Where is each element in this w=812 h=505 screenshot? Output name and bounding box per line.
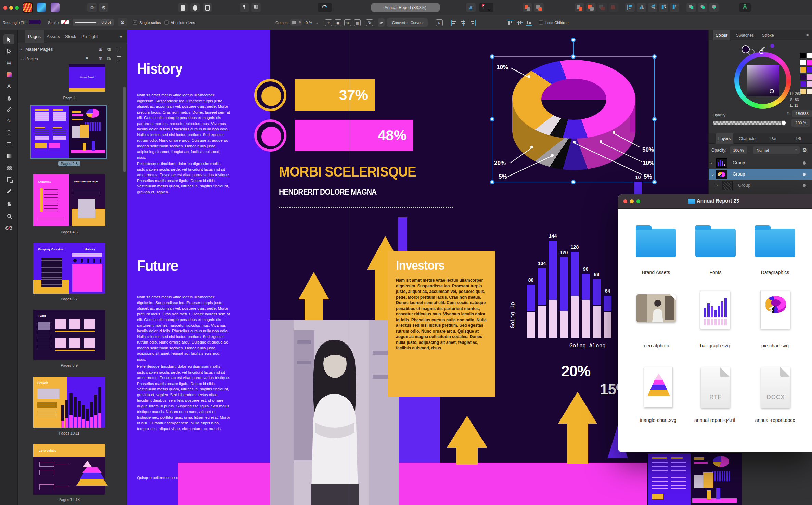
align-top-icon[interactable]: [507, 20, 514, 26]
page-thumbnail[interactable]: Team: [33, 310, 105, 360]
svg-file-icon[interactable]: [760, 291, 790, 329]
pages-panel-scrollbar[interactable]: [123, 87, 126, 172]
view-hand-tool[interactable]: [3, 198, 14, 209]
hex-field[interactable]: 1B0535: [792, 110, 812, 117]
insert-inside-icon[interactable]: ⧈: [436, 19, 443, 26]
bar[interactable]: 80: [526, 284, 536, 339]
finder-window[interactable]: Annual Report 23 Brand Assets Fonts Data…: [618, 194, 812, 452]
history-heading[interactable]: History: [137, 60, 182, 77]
margins-page-icon[interactable]: [203, 3, 212, 12]
minimize-window-icon[interactable]: [9, 6, 13, 10]
duplicate-page-icon[interactable]: ⧉: [107, 56, 111, 62]
absolute-sizes-checkbox[interactable]: [164, 20, 169, 25]
boolean-divide-icon[interactable]: [709, 3, 719, 12]
swatch[interactable]: [800, 81, 806, 87]
finder-minimize-icon[interactable]: [630, 199, 634, 203]
swatch[interactable]: [800, 67, 806, 73]
file-label[interactable]: triangle-chart.svg: [629, 417, 687, 423]
align-bottom-icon[interactable]: [526, 20, 532, 26]
panel-menu-icon[interactable]: ≡: [803, 30, 811, 40]
yellow-arrow-head[interactable]: [447, 416, 487, 448]
tab-swatches[interactable]: Swatches: [733, 30, 757, 40]
document-setup-gear-icon[interactable]: ⚙: [99, 3, 108, 12]
future-paragraph-2[interactable]: Pellentesque tincidunt, dolor eu digniss…: [137, 364, 230, 431]
pin-icon[interactable]: [240, 3, 249, 12]
selection-handle[interactable]: [490, 180, 494, 184]
tab-preflight[interactable]: Preflight: [78, 30, 101, 43]
affinity-photo-icon[interactable]: [51, 3, 60, 12]
arrange-ungroup-icon[interactable]: [609, 3, 618, 12]
page-thumbnail[interactable]: Core Values: [33, 444, 105, 495]
oval-page-icon[interactable]: [190, 3, 200, 12]
page-thumbnail-label[interactable]: Pages 8,9: [31, 363, 107, 367]
ellipse-tool[interactable]: [3, 127, 14, 138]
arrange-to-back-icon[interactable]: [586, 3, 596, 12]
bar[interactable]: 104: [537, 268, 546, 339]
mirror-icon[interactable]: ⇹: [344, 19, 351, 26]
swatch[interactable]: [807, 74, 812, 80]
layer-edit-dot[interactable]: [803, 184, 806, 187]
align-center-icon[interactable]: [460, 20, 466, 26]
zoom-window-icon[interactable]: [15, 6, 19, 10]
file-label[interactable]: pie-chart.svg: [746, 343, 804, 348]
pen-tool[interactable]: [3, 92, 14, 103]
stroke-gear-icon[interactable]: ⚙: [118, 18, 127, 26]
stroke-width-control[interactable]: 0.8 pt: [73, 19, 114, 26]
arrange-backward-icon[interactable]: [534, 3, 544, 12]
stat-circle-magenta[interactable]: [254, 119, 286, 152]
corner-value[interactable]: 0 %: [306, 21, 312, 25]
page-thumbnail[interactable]: Contents Welcome Message: [33, 174, 105, 226]
flip-horizontal-icon[interactable]: [637, 3, 646, 12]
stacked-bar-chart[interactable]: 80104144120128968864: [526, 208, 612, 339]
delete-master-icon[interactable]: [117, 47, 120, 52]
swatch[interactable]: [800, 60, 806, 65]
align-right-icon[interactable]: [469, 20, 476, 26]
layer-edit-dot[interactable]: [803, 161, 806, 165]
move-tool[interactable]: [3, 34, 14, 44]
fill-stroke-swatch[interactable]: [3, 222, 14, 233]
stroke-swatch[interactable]: [61, 20, 69, 24]
page-thumbnail-label[interactable]: Pages 10,11: [31, 431, 107, 435]
swatch[interactable]: [800, 74, 806, 80]
history-paragraph-2[interactable]: Pellentesque tincidunt, dolor eu digniss…: [137, 161, 230, 195]
delete-page-icon[interactable]: [117, 56, 120, 61]
hue-handle[interactable]: [759, 50, 763, 54]
align-middle-icon[interactable]: [517, 20, 523, 26]
duplicate-master-icon[interactable]: ⧉: [107, 47, 111, 52]
yellow-arrow-head[interactable]: [298, 272, 329, 299]
rectangle-tool[interactable]: [3, 139, 14, 149]
tab-assets[interactable]: Assets: [43, 30, 63, 43]
chevron-down-icon[interactable]: ⌄: [748, 148, 750, 152]
selection-handle[interactable]: [490, 117, 494, 121]
colour-picker-tool[interactable]: [3, 185, 14, 196]
frame-text-tool[interactable]: ▤: [3, 57, 14, 68]
convert-to-curves-button[interactable]: Convert to Curves: [387, 18, 428, 27]
saturation-lightness-square[interactable]: [747, 65, 779, 96]
page-thumbnail[interactable]: [Annual Report]: [69, 64, 105, 92]
folder-icon[interactable]: [755, 229, 795, 257]
close-window-icon[interactable]: [3, 6, 7, 10]
affinity-publisher-icon[interactable]: [23, 3, 32, 12]
affinity-designer-icon[interactable]: [37, 3, 46, 12]
page-thumbnail-selected[interactable]: [31, 106, 106, 158]
layer-edit-dot[interactable]: [803, 173, 806, 176]
docx-file-icon[interactable]: DOCX: [761, 367, 790, 408]
file-label[interactable]: ceo.afphoto: [628, 343, 686, 348]
tab-pages[interactable]: Pages: [25, 30, 44, 43]
swatch[interactable]: [800, 53, 806, 58]
layers-opacity-field[interactable]: 100 %: [730, 146, 747, 154]
bar[interactable]: 64: [603, 295, 612, 339]
tab-text-styles[interactable]: TSt: [792, 133, 804, 144]
layer-row-child[interactable]: › Group: [709, 180, 812, 191]
curves-icon[interactable]: ▱: [378, 18, 385, 27]
page-thumbnail[interactable]: Growth: [33, 377, 105, 428]
page-thumbnail-label[interactable]: Pages 12,13: [31, 497, 107, 502]
account-person-icon[interactable]: [739, 3, 751, 12]
investors-box[interactable]: Investors Nam sit amet metus vitae lectu…: [388, 251, 495, 397]
svg-file-icon[interactable]: [700, 291, 730, 329]
finder-zoom-icon[interactable]: [636, 199, 640, 203]
swatch[interactable]: [807, 53, 812, 58]
folder-icon[interactable]: [695, 229, 736, 257]
swatch[interactable]: [807, 60, 812, 65]
sl-handle[interactable]: [770, 89, 774, 93]
